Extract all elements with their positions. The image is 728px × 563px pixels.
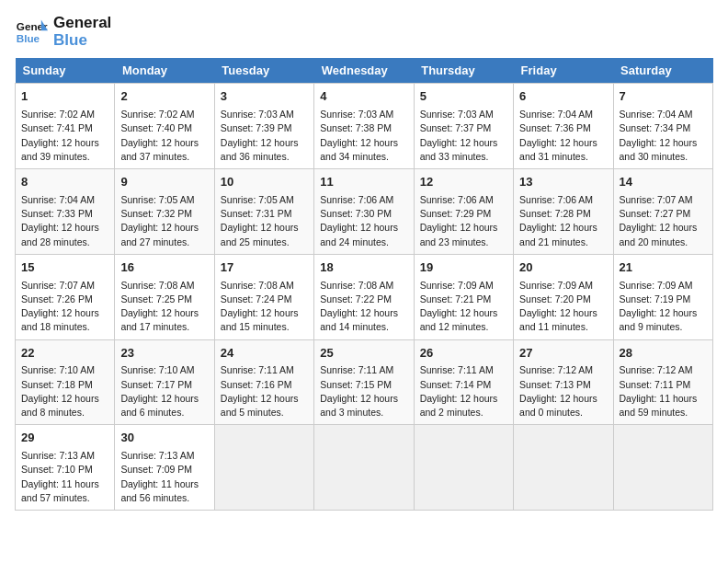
calendar-cell xyxy=(414,425,513,511)
day-content: Sunrise: 7:03 AMSunset: 7:38 PMDaylight:… xyxy=(320,108,407,164)
day-content: Sunrise: 7:13 AMSunset: 7:09 PMDaylight:… xyxy=(120,449,208,505)
day-content: Sunrise: 7:10 AMSunset: 7:18 PMDaylight:… xyxy=(21,363,108,419)
day-number: 22 xyxy=(21,345,108,362)
calendar-cell: 24Sunrise: 7:11 AMSunset: 7:16 PMDayligh… xyxy=(214,339,313,425)
day-number: 8 xyxy=(21,174,108,191)
day-content: Sunrise: 7:08 AMSunset: 7:22 PMDaylight:… xyxy=(320,279,407,335)
calendar-cell: 26Sunrise: 7:11 AMSunset: 7:14 PMDayligh… xyxy=(414,339,513,425)
column-header-saturday: Saturday xyxy=(613,58,712,84)
calendar-cell: 10Sunrise: 7:05 AMSunset: 7:31 PMDayligh… xyxy=(214,169,313,255)
day-number: 14 xyxy=(620,174,707,191)
day-number: 13 xyxy=(519,174,607,191)
day-content: Sunrise: 7:06 AMSunset: 7:30 PMDaylight:… xyxy=(320,193,407,249)
calendar-cell: 15Sunrise: 7:07 AMSunset: 7:26 PMDayligh… xyxy=(16,254,115,339)
day-number: 3 xyxy=(221,88,308,106)
column-header-friday: Friday xyxy=(514,58,613,84)
day-content: Sunrise: 7:09 AMSunset: 7:21 PMDaylight:… xyxy=(420,279,507,335)
logo: General Blue General Blue xyxy=(15,15,111,49)
day-number: 11 xyxy=(320,174,407,191)
column-header-sunday: Sunday xyxy=(16,58,115,84)
day-number: 30 xyxy=(120,430,208,447)
calendar-cell: 6Sunrise: 7:04 AMSunset: 7:36 PMDaylight… xyxy=(514,84,613,169)
day-number: 29 xyxy=(21,430,108,447)
calendar-table: SundayMondayTuesdayWednesdayThursdayFrid… xyxy=(15,58,713,511)
calendar-cell: 12Sunrise: 7:06 AMSunset: 7:29 PMDayligh… xyxy=(414,169,513,255)
calendar-cell: 29Sunrise: 7:13 AMSunset: 7:10 PMDayligh… xyxy=(16,425,115,511)
day-number: 28 xyxy=(620,345,707,362)
calendar-cell xyxy=(314,425,414,511)
day-number: 4 xyxy=(320,88,407,106)
svg-text:Blue: Blue xyxy=(17,31,40,43)
day-content: Sunrise: 7:03 AMSunset: 7:37 PMDaylight:… xyxy=(420,108,507,164)
day-content: Sunrise: 7:03 AMSunset: 7:39 PMDaylight:… xyxy=(221,108,308,164)
calendar-cell: 3Sunrise: 7:03 AMSunset: 7:39 PMDaylight… xyxy=(214,84,313,169)
day-number: 16 xyxy=(120,259,208,277)
day-content: Sunrise: 7:11 AMSunset: 7:15 PMDaylight:… xyxy=(320,363,407,419)
logo-name: General xyxy=(53,15,111,32)
column-header-thursday: Thursday xyxy=(414,58,513,84)
calendar-cell: 8Sunrise: 7:04 AMSunset: 7:33 PMDaylight… xyxy=(16,169,115,255)
day-number: 12 xyxy=(420,174,507,191)
day-number: 23 xyxy=(120,345,208,362)
calendar-cell: 7Sunrise: 7:04 AMSunset: 7:34 PMDaylight… xyxy=(613,84,712,169)
day-number: 1 xyxy=(21,88,108,106)
calendar-cell: 16Sunrise: 7:08 AMSunset: 7:25 PMDayligh… xyxy=(115,254,214,339)
calendar-cell: 1Sunrise: 7:02 AMSunset: 7:41 PMDaylight… xyxy=(16,84,115,169)
calendar-cell: 27Sunrise: 7:12 AMSunset: 7:13 PMDayligh… xyxy=(514,339,613,425)
calendar-cell: 19Sunrise: 7:09 AMSunset: 7:21 PMDayligh… xyxy=(414,254,513,339)
calendar-cell: 13Sunrise: 7:06 AMSunset: 7:28 PMDayligh… xyxy=(514,169,613,255)
calendar-cell: 14Sunrise: 7:07 AMSunset: 7:27 PMDayligh… xyxy=(613,169,712,255)
day-number: 24 xyxy=(221,345,308,362)
calendar-cell: 22Sunrise: 7:10 AMSunset: 7:18 PMDayligh… xyxy=(16,339,115,425)
day-number: 20 xyxy=(519,259,607,277)
day-content: Sunrise: 7:08 AMSunset: 7:24 PMDaylight:… xyxy=(221,279,308,335)
day-number: 18 xyxy=(320,259,407,277)
day-content: Sunrise: 7:07 AMSunset: 7:27 PMDaylight:… xyxy=(620,193,707,249)
calendar-cell: 17Sunrise: 7:08 AMSunset: 7:24 PMDayligh… xyxy=(214,254,313,339)
calendar-cell: 11Sunrise: 7:06 AMSunset: 7:30 PMDayligh… xyxy=(314,169,414,255)
calendar-cell: 18Sunrise: 7:08 AMSunset: 7:22 PMDayligh… xyxy=(314,254,414,339)
day-content: Sunrise: 7:10 AMSunset: 7:17 PMDaylight:… xyxy=(120,363,208,419)
day-number: 7 xyxy=(620,88,707,106)
calendar-week-6: 29Sunrise: 7:13 AMSunset: 7:10 PMDayligh… xyxy=(16,425,713,511)
calendar-cell: 28Sunrise: 7:12 AMSunset: 7:11 PMDayligh… xyxy=(613,339,712,425)
calendar-cell: 23Sunrise: 7:10 AMSunset: 7:17 PMDayligh… xyxy=(115,339,214,425)
day-content: Sunrise: 7:09 AMSunset: 7:20 PMDaylight:… xyxy=(519,279,607,335)
day-number: 17 xyxy=(221,259,308,277)
calendar-cell: 20Sunrise: 7:09 AMSunset: 7:20 PMDayligh… xyxy=(514,254,613,339)
calendar-cell: 5Sunrise: 7:03 AMSunset: 7:37 PMDaylight… xyxy=(414,84,513,169)
day-content: Sunrise: 7:06 AMSunset: 7:29 PMDaylight:… xyxy=(420,193,507,249)
day-number: 19 xyxy=(420,259,507,277)
calendar-header-row: SundayMondayTuesdayWednesdayThursdayFrid… xyxy=(16,58,713,84)
day-number: 21 xyxy=(620,259,707,277)
day-content: Sunrise: 7:04 AMSunset: 7:34 PMDaylight:… xyxy=(620,108,707,164)
calendar-cell: 21Sunrise: 7:09 AMSunset: 7:19 PMDayligh… xyxy=(613,254,712,339)
day-content: Sunrise: 7:05 AMSunset: 7:32 PMDaylight:… xyxy=(120,193,208,249)
day-number: 10 xyxy=(221,174,308,191)
day-content: Sunrise: 7:12 AMSunset: 7:13 PMDaylight:… xyxy=(519,363,607,419)
day-number: 27 xyxy=(519,345,607,362)
day-content: Sunrise: 7:12 AMSunset: 7:11 PMDaylight:… xyxy=(620,363,707,419)
column-header-tuesday: Tuesday xyxy=(214,58,313,84)
day-content: Sunrise: 7:11 AMSunset: 7:14 PMDaylight:… xyxy=(420,363,507,419)
day-content: Sunrise: 7:09 AMSunset: 7:19 PMDaylight:… xyxy=(620,279,707,335)
day-content: Sunrise: 7:13 AMSunset: 7:10 PMDaylight:… xyxy=(21,449,108,505)
day-number: 15 xyxy=(21,259,108,277)
calendar-cell: 9Sunrise: 7:05 AMSunset: 7:32 PMDaylight… xyxy=(115,169,214,255)
day-content: Sunrise: 7:02 AMSunset: 7:41 PMDaylight:… xyxy=(21,108,108,164)
calendar-cell xyxy=(514,425,613,511)
day-number: 6 xyxy=(519,88,607,106)
column-header-monday: Monday xyxy=(115,58,214,84)
calendar-cell: 4Sunrise: 7:03 AMSunset: 7:38 PMDaylight… xyxy=(314,84,414,169)
day-number: 5 xyxy=(420,88,507,106)
day-content: Sunrise: 7:04 AMSunset: 7:33 PMDaylight:… xyxy=(21,193,108,249)
calendar-cell: 25Sunrise: 7:11 AMSunset: 7:15 PMDayligh… xyxy=(314,339,414,425)
day-content: Sunrise: 7:05 AMSunset: 7:31 PMDaylight:… xyxy=(221,193,308,249)
logo-icon: General Blue xyxy=(15,16,48,49)
day-content: Sunrise: 7:06 AMSunset: 7:28 PMDaylight:… xyxy=(519,193,607,249)
calendar-cell xyxy=(214,425,313,511)
logo-sub: Blue xyxy=(53,32,111,50)
day-number: 26 xyxy=(420,345,507,362)
day-content: Sunrise: 7:07 AMSunset: 7:26 PMDaylight:… xyxy=(21,279,108,335)
calendar-week-5: 22Sunrise: 7:10 AMSunset: 7:18 PMDayligh… xyxy=(16,339,713,425)
